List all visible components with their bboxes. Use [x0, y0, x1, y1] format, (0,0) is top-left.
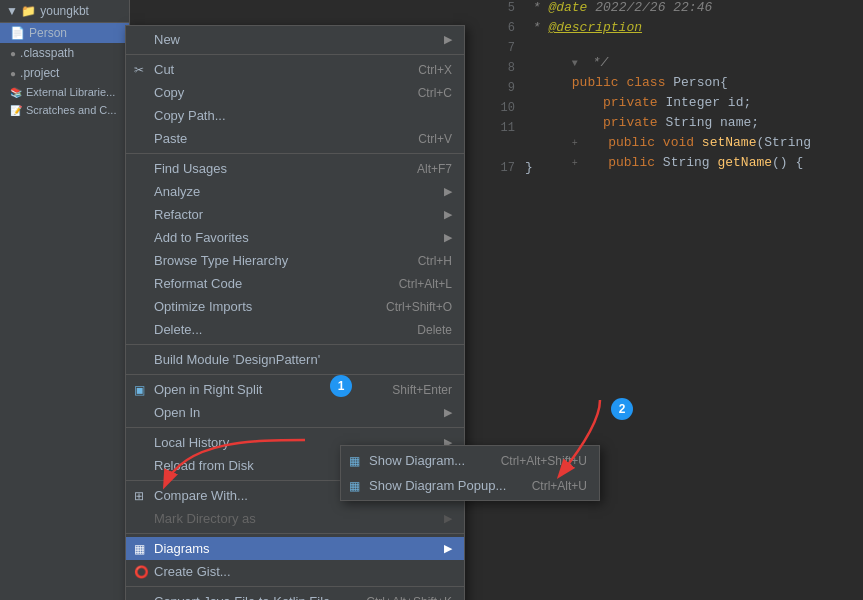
submenu-item-show-diagram[interactable]: ▦ Show Diagram... Ctrl+Alt+Shift+U	[341, 448, 599, 473]
file-item-person[interactable]: 📄 Person	[0, 23, 129, 43]
file-item-project[interactable]: ● .project	[0, 63, 129, 83]
menu-label-favorites: Add to Favorites	[154, 230, 249, 245]
menu-label-find: Find Usages	[154, 161, 227, 176]
lib-icon: 📚	[10, 87, 22, 98]
submenu-arrow-diagrams: ▶	[444, 542, 452, 555]
menu-item-build[interactable]: Build Module 'DesignPattern'	[126, 348, 464, 371]
editor-line-11: 11 + public void setName(String	[490, 120, 863, 140]
folder-icon: ▼ 📁	[6, 4, 36, 18]
submenu-arrow-mark: ▶	[444, 512, 452, 525]
file-icon-2: ●	[10, 48, 16, 59]
menu-label-reload: Reload from Disk	[154, 458, 254, 473]
menu-label-browse: Browse Type Hierarchy	[154, 253, 288, 268]
menu-item-browse-hierarchy[interactable]: Browse Type Hierarchy Ctrl+H	[126, 249, 464, 272]
menu-item-new[interactable]: New ▶	[126, 28, 464, 51]
menu-item-refactor[interactable]: Refactor ▶	[126, 203, 464, 226]
menu-label-delete: Delete...	[154, 322, 202, 337]
shortcut-browse: Ctrl+H	[418, 254, 452, 268]
menu-item-paste[interactable]: Paste Ctrl+V	[126, 127, 464, 150]
file-item-classpath[interactable]: ● .classpath	[0, 43, 129, 63]
submenu-arrow-refactor: ▶	[444, 208, 452, 221]
external-libraries-item[interactable]: 📚 External Librarie...	[0, 83, 129, 101]
editor-line-8: 8 public class Person{	[490, 60, 863, 80]
menu-label-copy: Copy	[154, 85, 184, 100]
file-icon: 📄	[10, 26, 25, 40]
menu-item-delete[interactable]: Delete... Delete	[126, 318, 464, 341]
menu-item-open-split[interactable]: ▣ Open in Right Split Shift+Enter	[126, 378, 464, 401]
separator-7	[126, 533, 464, 534]
menu-label-optimize: Optimize Imports	[154, 299, 252, 314]
context-menu: New ▶ ✂ Cut Ctrl+X Copy Ctrl+C Copy Path…	[125, 25, 465, 600]
separator-3	[126, 344, 464, 345]
project-file-label: .project	[20, 66, 59, 80]
line-num-5: 5	[490, 1, 525, 15]
ext-lib-label: External Librarie...	[26, 86, 115, 98]
split-icon: ▣	[134, 383, 145, 397]
separator-5	[126, 427, 464, 428]
shortcut-show-diagram: Ctrl+Alt+Shift+U	[501, 454, 587, 468]
menu-label-kotlin: Convert Java File to Kotlin File	[154, 594, 330, 600]
menu-item-copy[interactable]: Copy Ctrl+C	[126, 81, 464, 104]
menu-item-optimize[interactable]: Optimize Imports Ctrl+Shift+O	[126, 295, 464, 318]
menu-label-analyze: Analyze	[154, 184, 200, 199]
scratches-icon: 📝	[10, 105, 22, 116]
separator-4	[126, 374, 464, 375]
diagrams-icon: ▦	[134, 542, 145, 556]
submenu-item-show-popup[interactable]: ▦ Show Diagram Popup... Ctrl+Alt+U	[341, 473, 599, 498]
diagrams-submenu: ▦ Show Diagram... Ctrl+Alt+Shift+U ▦ Sho…	[340, 445, 600, 501]
line-num-8: 8	[490, 61, 525, 75]
menu-label-refactor: Refactor	[154, 207, 203, 222]
editor-line-blank: + public String getName() {	[490, 140, 863, 160]
separator-2	[126, 153, 464, 154]
editor-line-10: 10 private String name;	[490, 100, 863, 120]
menu-label-mark: Mark Directory as	[154, 511, 256, 526]
shortcut-kotlin: Ctrl+Alt+Shift+K	[366, 595, 452, 601]
shortcut-find: Alt+F7	[417, 162, 452, 176]
shortcut-optimize: Ctrl+Shift+O	[386, 300, 452, 314]
shortcut-copy: Ctrl+C	[418, 86, 452, 100]
menu-item-cut[interactable]: ✂ Cut Ctrl+X	[126, 58, 464, 81]
menu-label-paste: Paste	[154, 131, 187, 146]
diagram-icon-1: ▦	[349, 454, 360, 468]
menu-item-favorites[interactable]: Add to Favorites ▶	[126, 226, 464, 249]
editor-line-9: 9 private Integer id;	[490, 80, 863, 100]
menu-item-diagrams[interactable]: ▦ Diagrams ▶	[126, 537, 464, 560]
menu-label-open-in: Open In	[154, 405, 200, 420]
shortcut-split: Shift+Enter	[392, 383, 452, 397]
submenu-arrow-new: ▶	[444, 33, 452, 46]
menu-label-gist: Create Gist...	[154, 564, 231, 579]
separator-8	[126, 586, 464, 587]
line-num-17: 17	[490, 161, 525, 175]
menu-label-history: Local History	[154, 435, 229, 450]
line-num-7: 7	[490, 41, 525, 55]
editor-line-7: 7 ▼ */	[490, 40, 863, 60]
cut-icon: ✂	[134, 63, 144, 77]
submenu-arrow-favorites: ▶	[444, 231, 452, 244]
project-panel: ▼ 📁 youngkbt 📄 Person ● .classpath ● .pr…	[0, 0, 130, 600]
scratches-item[interactable]: 📝 Scratches and C...	[0, 101, 129, 119]
line-content-6: * @description	[525, 20, 863, 35]
menu-item-find-usages[interactable]: Find Usages Alt+F7	[126, 157, 464, 180]
step-balloon-2: 2	[611, 398, 633, 420]
menu-item-copy-path[interactable]: Copy Path...	[126, 104, 464, 127]
file-icon-3: ●	[10, 68, 16, 79]
file-label: Person	[29, 26, 67, 40]
shortcut-delete: Delete	[417, 323, 452, 337]
menu-item-reformat[interactable]: Reformat Code Ctrl+Alt+L	[126, 272, 464, 295]
editor-line-5: 5 * @date 2022/2/26 22:46	[490, 0, 863, 20]
menu-item-open-in[interactable]: Open In ▶	[126, 401, 464, 424]
balloon-label-1: 1	[338, 379, 345, 393]
menu-item-analyze[interactable]: Analyze ▶	[126, 180, 464, 203]
shortcut-cut: Ctrl+X	[418, 63, 452, 77]
menu-item-mark-dir[interactable]: Mark Directory as ▶	[126, 507, 464, 530]
project-name: youngkbt	[40, 4, 89, 18]
project-header: ▼ 📁 youngkbt	[0, 0, 129, 23]
classpath-label: .classpath	[20, 46, 74, 60]
menu-item-gist[interactable]: ⭕ Create Gist...	[126, 560, 464, 583]
compare-icon: ⊞	[134, 489, 144, 503]
menu-label-diagrams: Diagrams	[154, 541, 210, 556]
shortcut-paste: Ctrl+V	[418, 132, 452, 146]
menu-item-convert-kotlin[interactable]: Convert Java File to Kotlin File Ctrl+Al…	[126, 590, 464, 600]
gist-icon: ⭕	[134, 565, 149, 579]
submenu-label-show-diagram: Show Diagram...	[369, 453, 465, 468]
